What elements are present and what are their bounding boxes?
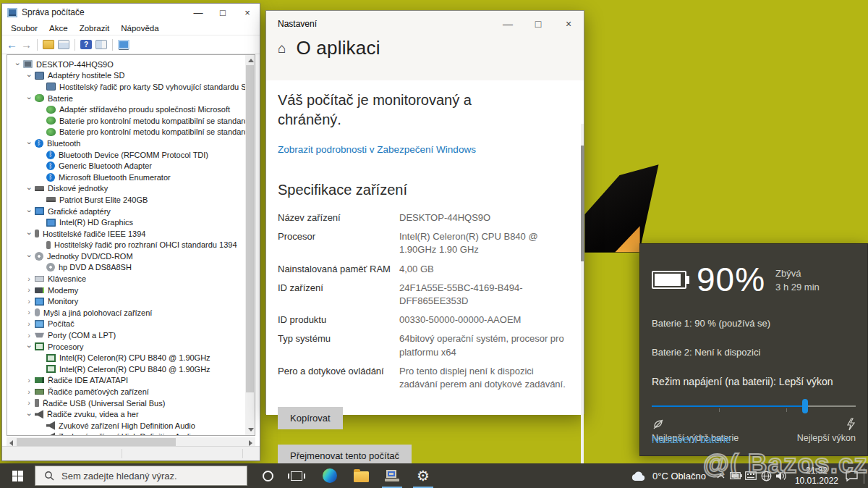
scrollbar-thumb[interactable] [17,438,176,446]
tree-item[interactable]: ›Porty (COM a LPT) [7,329,255,341]
vertical-scrollbar[interactable] [245,55,255,435]
disk-drive-icon [46,197,56,202]
power-mode-slider[interactable] [652,399,856,413]
tree-item[interactable]: ᛒGeneric Bluetooth Adapter [7,160,255,172]
chevron-expanded-icon[interactable]: › [25,228,33,240]
tree-item[interactable]: ›Diskové jednotky [7,183,255,195]
settings-titlebar[interactable]: Nastavení — □ × [266,11,584,37]
chevron-collapsed-icon[interactable]: › [23,332,35,340]
tree-item[interactable]: ›Jednotky DVD/CD-ROM [7,251,255,262]
menu-file[interactable]: Soubor [5,22,43,34]
monitor-icon[interactable] [118,40,129,49]
dm-titlebar[interactable]: Správa počítače — □ × [2,4,260,21]
tree-item-label: Řadiče paměťových zařízení [48,387,149,396]
menu-help[interactable]: Nápověda [115,22,164,34]
chevron-collapsed-icon[interactable]: › [23,286,35,294]
taskbar-search-input[interactable]: Sem zadejte hledaný výraz. [35,466,247,486]
computer-management-taskbar-button[interactable] [378,463,407,488]
tree-item[interactable]: ›Monitory [7,295,255,307]
tree-item[interactable]: Adaptér střídavého proudu společnosti Mi… [7,104,255,115]
chevron-expanded-icon[interactable]: › [25,138,33,149]
tree-item[interactable]: Baterie pro kontrolní metodu kompatibiln… [7,115,255,127]
chevron-collapsed-icon[interactable]: › [23,320,35,328]
tree-item[interactable]: ›Myši a jiná polohovací zařízení [7,307,255,319]
file-explorer-button[interactable] [346,463,375,488]
chevron-expanded-icon[interactable]: › [25,182,33,194]
back-icon[interactable]: ← [7,39,17,50]
tree-item[interactable]: ›ᛒBluetooth [7,138,255,149]
edge-button[interactable] [315,463,344,488]
dm-close-button[interactable]: × [235,7,260,18]
chevron-collapsed-icon[interactable]: › [23,308,35,316]
tree-item[interactable]: ›DESKTOP-44HQS9O [7,59,255,70]
settings-maximize-button[interactable]: □ [523,18,553,30]
scroll-down-icon[interactable] [248,428,254,432]
tree-item[interactable]: Hostitelský řadič pro karty SD vyhovujíc… [7,81,255,93]
chevron-expanded-icon[interactable]: › [25,70,33,81]
settings-taskbar-button[interactable]: ⚙ [409,463,438,488]
folder-icon[interactable] [43,40,54,49]
scrollbar-thumb[interactable] [581,146,584,261]
weather-widget[interactable]: 0°C Oblačno [624,471,713,481]
chevron-collapsed-icon[interactable]: › [23,388,35,396]
tree-item[interactable]: ›Počítač [7,319,255,330]
settings-window: Nastavení — □ × ⌂ O aplikaci Váš počítač… [265,10,584,414]
slider-thumb[interactable] [802,399,808,413]
tree-item[interactable]: ›Grafické adaptéry [7,206,255,217]
chevron-expanded-icon[interactable]: › [25,408,33,420]
dm-minimize-button[interactable]: — [186,7,210,18]
tree-item[interactable]: Zvukové zařízení High Definition Audio [7,432,255,436]
menu-view[interactable]: Zobrazit [74,22,116,34]
tree-item[interactable]: ›Adaptéry hostitele SD [7,70,255,82]
list-view-icon[interactable] [58,40,69,49]
tree-item[interactable]: ›Řadiče paměťových zařízení [7,386,255,397]
tree-item[interactable]: Patriot Burst Elite 240GB [7,194,255,206]
help-icon[interactable]: ? [80,40,92,49]
scroll-left-icon[interactable] [9,440,13,446]
tree-item[interactable]: ›Řadiče USB (Universal Serial Bus) [7,397,255,409]
tree-item[interactable]: ›Modemy [7,285,255,296]
tree-item[interactable]: Zvukové zařízení High Definition Audio [7,420,255,432]
tree-item[interactable]: ›Řadiče zvuku, videa a her [7,408,255,420]
dm-maximize-button[interactable]: □ [210,7,235,18]
home-icon[interactable]: ⌂ [278,41,286,55]
tree-item[interactable]: ᛒBluetooth Device (RFCOMM Protocol TDI) [7,149,255,161]
tree-item[interactable]: Intel(R) Celeron(R) CPU B840 @ 1.90GHz [7,352,255,363]
tree-item[interactable]: Hostitelský řadič pro rozhraní OHCI stan… [7,240,255,251]
chevron-collapsed-icon[interactable]: › [23,376,35,384]
battery-settings-link[interactable]: Nastavení baterie [652,434,731,445]
tree-item[interactable]: hp DVD A DS8A8SH [7,262,255,274]
chevron-collapsed-icon[interactable]: › [23,275,35,283]
windows-security-link[interactable]: Zobrazit podrobnosti v Zabezpečení Windo… [278,144,476,155]
task-view-button[interactable] [282,463,311,488]
chevron-collapsed-icon[interactable]: › [23,298,35,306]
menu-action[interactable]: Akce [43,22,74,34]
forward-icon[interactable]: → [21,39,32,50]
copy-button[interactable]: Kopírovat [278,407,343,429]
tree-item[interactable]: Intel(R) HD Graphics [7,216,255,228]
battery-flyout: 90% Zbývá 3 h 29 min Baterie 1: 90 % (po… [639,243,868,456]
settings-close-button[interactable]: × [553,18,584,30]
tree-item[interactable]: ›Klávesnice [7,273,255,285]
chevron-expanded-icon[interactable]: › [25,206,33,217]
scroll-up-icon[interactable] [248,59,254,62]
scrollbar-thumb[interactable] [246,65,254,392]
tree-item[interactable]: ᛒMicrosoft Bluetooth Enumerator [7,172,255,183]
tree-item[interactable]: ›Řadiče IDE ATA/ATAPI [7,375,255,387]
tree-item[interactable]: ›Procesory [7,341,255,353]
start-button[interactable] [0,463,35,488]
tree-item[interactable]: Intel(R) Celeron(R) CPU B840 @ 1.90GHz [7,363,255,375]
chevron-collapsed-icon[interactable]: › [23,399,35,407]
tree-item[interactable]: ›Baterie [7,93,255,104]
action-pane-icon[interactable] [95,40,107,49]
chevron-expanded-icon[interactable]: › [25,93,33,104]
settings-minimize-button[interactable]: — [493,18,523,30]
scroll-right-icon[interactable] [249,440,252,446]
chevron-expanded-icon[interactable]: › [25,341,33,353]
tree-item[interactable]: ›Hostitelské řadiče IEEE 1394 [7,228,255,240]
cortana-button[interactable] [253,463,282,488]
chevron-expanded-icon[interactable]: › [14,59,22,70]
tree-item[interactable]: Baterie pro kontrolní metodu kompatibiln… [7,127,255,138]
chevron-expanded-icon[interactable]: › [25,251,33,262]
settings-scrollbar[interactable] [581,124,584,483]
